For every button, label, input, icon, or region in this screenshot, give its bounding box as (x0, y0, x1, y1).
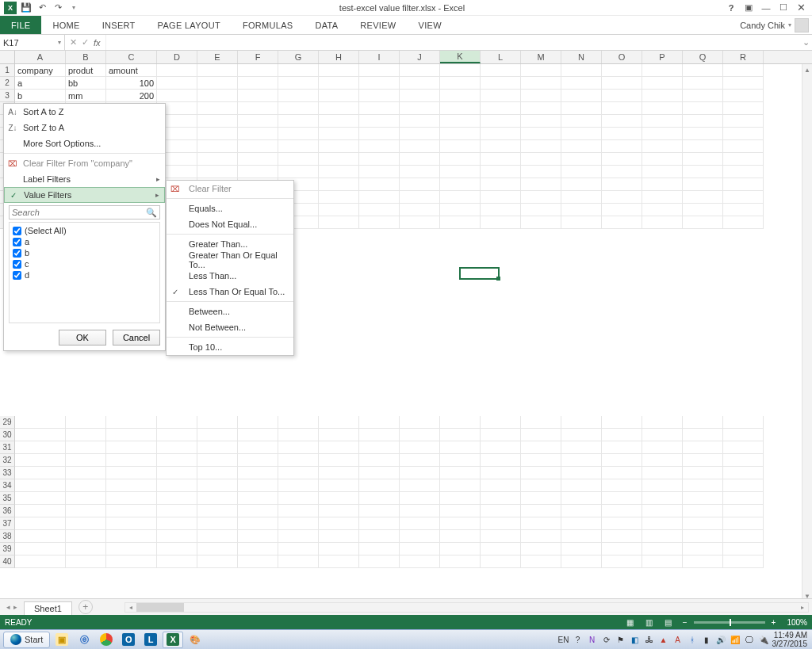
cell[interactable]: 200 (106, 90, 157, 102)
cell[interactable] (481, 90, 521, 102)
zoom-in-icon[interactable]: + (768, 618, 779, 627)
cell[interactable] (723, 178, 764, 191)
cell[interactable] (521, 216, 561, 229)
help-icon[interactable]: ? (723, 1, 739, 15)
cell[interactable] (157, 492, 197, 505)
tab-view[interactable]: VIEW (408, 16, 453, 34)
cell[interactable] (481, 115, 521, 128)
submenu-not-between[interactable]: Not Between... (167, 319, 293, 335)
cell[interactable] (440, 429, 481, 441)
user-avatar-icon[interactable] (795, 18, 809, 32)
cell[interactable] (561, 115, 602, 128)
cell[interactable] (319, 429, 359, 441)
cell[interactable] (683, 416, 723, 429)
cell[interactable] (197, 102, 238, 115)
row-header[interactable]: 32 (0, 454, 15, 467)
cell[interactable] (157, 454, 197, 467)
cell[interactable] (319, 178, 359, 191)
cell[interactable] (561, 204, 602, 216)
submenu-less-than-or-equal[interactable]: ✓ Less Than Or Equal To... (167, 284, 293, 300)
cell[interactable] (723, 128, 764, 140)
cell[interactable] (440, 140, 481, 153)
cell[interactable] (319, 77, 359, 90)
cell[interactable] (197, 441, 238, 454)
cell[interactable] (66, 555, 106, 568)
cell[interactable] (15, 517, 66, 530)
cell[interactable] (561, 505, 602, 517)
cell[interactable] (481, 555, 521, 568)
cell[interactable] (66, 441, 106, 454)
cell[interactable] (278, 543, 319, 555)
cell[interactable] (359, 178, 400, 191)
cell[interactable] (481, 416, 521, 429)
cell[interactable] (106, 479, 157, 492)
cell[interactable] (359, 166, 400, 178)
cell[interactable] (683, 64, 723, 77)
cell[interactable] (642, 416, 683, 429)
label-filters[interactable]: Label Filters ▸ (4, 171, 165, 187)
tray-sound-icon[interactable]: 🔊 (715, 634, 726, 645)
cell[interactable] (521, 467, 561, 479)
cell[interactable] (440, 178, 481, 191)
cell[interactable] (319, 517, 359, 530)
cell[interactable] (521, 166, 561, 178)
cell[interactable] (440, 467, 481, 479)
task-excel[interactable]: X (163, 632, 183, 648)
cell[interactable] (197, 115, 238, 128)
cell[interactable] (319, 166, 359, 178)
cell[interactable] (15, 454, 66, 467)
cell[interactable] (106, 441, 157, 454)
cell[interactable] (602, 90, 642, 102)
cell[interactable]: amount (106, 64, 157, 77)
cell[interactable] (561, 166, 602, 178)
cell[interactable] (440, 555, 481, 568)
submenu-greater-than[interactable]: Greater Than... (167, 236, 293, 252)
cell[interactable] (400, 140, 440, 153)
cell[interactable] (400, 191, 440, 204)
scroll-right-icon[interactable]: ▸ (797, 604, 808, 611)
sort-a-to-z[interactable]: A↓ Sort A to Z (4, 104, 165, 120)
select-all-corner[interactable] (0, 51, 15, 63)
cell[interactable] (723, 492, 764, 505)
col-header-r[interactable]: R (723, 51, 764, 63)
cell[interactable] (359, 416, 400, 429)
cell[interactable] (683, 102, 723, 115)
zoom-slider[interactable] (694, 621, 765, 624)
cell[interactable] (723, 64, 764, 77)
cell[interactable] (723, 216, 764, 229)
cell[interactable] (66, 467, 106, 479)
cell[interactable] (400, 416, 440, 429)
row-header[interactable]: 38 (0, 530, 15, 543)
cell[interactable] (319, 467, 359, 479)
cell[interactable] (400, 204, 440, 216)
cell[interactable] (197, 416, 238, 429)
cell[interactable] (66, 543, 106, 555)
cell[interactable] (278, 467, 319, 479)
cell[interactable] (278, 441, 319, 454)
cell[interactable] (319, 555, 359, 568)
cell[interactable] (400, 216, 440, 229)
cell[interactable] (440, 191, 481, 204)
cell[interactable] (400, 454, 440, 467)
cell[interactable] (561, 555, 602, 568)
cell[interactable] (521, 140, 561, 153)
cell[interactable] (683, 505, 723, 517)
cell[interactable] (238, 140, 278, 153)
cell[interactable] (66, 429, 106, 441)
cell[interactable] (400, 467, 440, 479)
submenu-top-10[interactable]: Top 10... (167, 339, 293, 355)
cell[interactable]: produt (66, 64, 106, 77)
cell[interactable] (521, 178, 561, 191)
cell[interactable] (197, 140, 238, 153)
cell[interactable] (278, 454, 319, 467)
filter-search-input[interactable] (12, 208, 146, 217)
cell[interactable] (561, 153, 602, 166)
cell[interactable] (278, 153, 319, 166)
cell[interactable] (521, 191, 561, 204)
cell[interactable] (319, 153, 359, 166)
cell[interactable] (481, 64, 521, 77)
cell[interactable] (723, 140, 764, 153)
cell[interactable] (238, 77, 278, 90)
cell[interactable] (440, 479, 481, 492)
cell[interactable] (440, 517, 481, 530)
